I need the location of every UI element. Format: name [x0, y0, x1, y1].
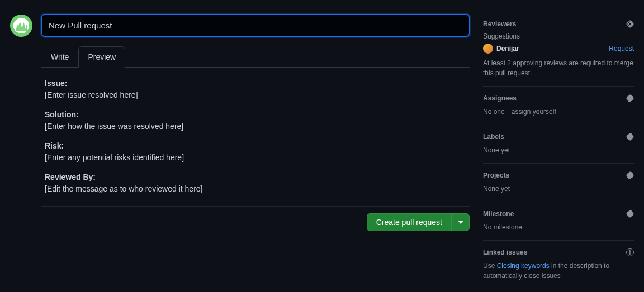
assignees-title: Assignees: [483, 94, 517, 102]
gear-icon[interactable]: [626, 20, 634, 28]
section-label: Risk:: [45, 141, 64, 150]
assign-yourself-link[interactable]: assign yourself: [512, 108, 556, 116]
gear-icon[interactable]: [626, 210, 634, 218]
request-reviewer-link[interactable]: Request: [609, 45, 634, 52]
tab-preview[interactable]: Preview: [78, 46, 125, 68]
projects-title: Projects: [483, 171, 509, 179]
caret-down-icon: [458, 221, 463, 224]
tab-write[interactable]: Write: [41, 46, 78, 67]
assignees-empty: No one—: [483, 108, 512, 116]
editor-tabs: Write Preview: [41, 46, 470, 68]
labels-title: Labels: [483, 133, 504, 141]
suggested-avatar: [483, 44, 493, 54]
section-label: Solution:: [45, 110, 79, 119]
milestone-empty: No milestone: [483, 222, 634, 232]
section-placeholder: [Edit the message as to who reviewed it …: [45, 184, 202, 193]
reviewers-note: At least 2 approving reviews are require…: [483, 58, 634, 78]
labels-empty: None yet: [483, 145, 634, 155]
create-pull-request-button[interactable]: Create pull request: [367, 213, 452, 231]
gear-icon[interactable]: [626, 94, 634, 102]
section-label: Issue:: [45, 79, 67, 88]
projects-empty: None yet: [483, 184, 634, 194]
suggested-reviewer-name: Denijar: [496, 45, 519, 52]
milestone-title: Milestone: [483, 210, 514, 218]
gear-icon[interactable]: [626, 133, 634, 141]
reviewers-title: Reviewers: [483, 20, 516, 28]
sidebar-assignees: Assignees No one—assign yourself: [483, 87, 634, 125]
section-placeholder: [Enter how the issue was resolved here]: [45, 122, 183, 131]
sidebar-milestone: Milestone No milestone: [483, 202, 634, 241]
linked-issues-title: Linked issues: [483, 248, 527, 256]
section-placeholder: [Enter issue resolved here]: [45, 90, 138, 99]
pr-title-input[interactable]: [41, 15, 470, 36]
avatar: [10, 15, 32, 37]
sidebar-reviewers: Reviewers Suggestions Denijar Request At…: [483, 15, 634, 87]
section-placeholder: [Enter any potential risks identified he…: [45, 153, 184, 162]
info-icon[interactable]: i: [626, 248, 634, 256]
sidebar-linked-issues: Linked issues i Use Closing keywords in …: [483, 241, 634, 289]
sidebar-projects: Projects None yet: [483, 164, 634, 202]
sidebar-labels: Labels None yet: [483, 125, 634, 164]
create-pull-request-dropdown[interactable]: [452, 213, 470, 231]
gear-icon[interactable]: [626, 171, 634, 179]
suggestions-label: Suggestions: [483, 32, 634, 40]
linked-text-prefix: Use: [483, 262, 497, 270]
preview-pane: Issue: [Enter issue resolved here] Solut…: [41, 68, 470, 207]
section-label: Reviewed By:: [45, 173, 96, 181]
closing-keywords-link[interactable]: Closing keywords: [497, 262, 550, 270]
